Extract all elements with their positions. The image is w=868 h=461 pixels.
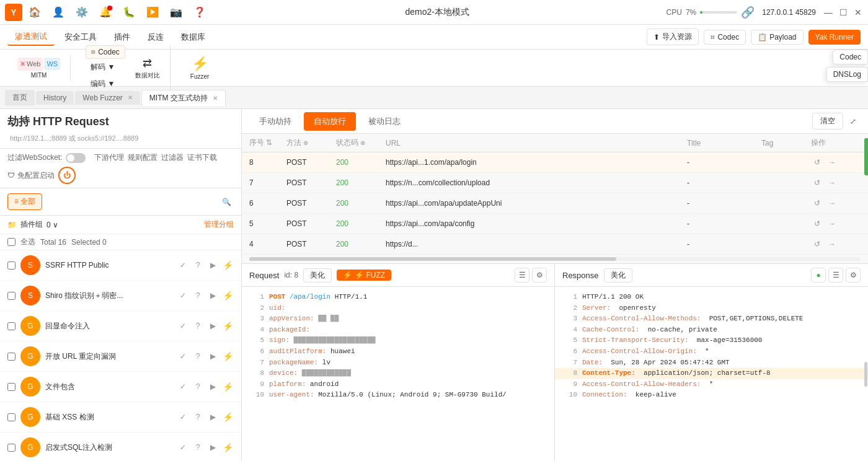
menu-item-security-tools[interactable]: 安全工具 [57, 29, 104, 45]
table-row[interactable]: 7 POST 200 https://n...com/collection/up… [242, 173, 868, 193]
plugin-checkbox-6[interactable] [7, 444, 16, 452]
downstream-proxy-btn[interactable]: 下游代理 [94, 152, 124, 163]
tab-home[interactable]: 首页 [5, 90, 35, 105]
codec-toolbar-button[interactable]: ⌗ Codec [86, 45, 125, 59]
filter-ws-toggle[interactable] [66, 153, 86, 163]
request-settings-btn[interactable]: ⚙ [532, 268, 547, 283]
row-action-refresh-0[interactable]: ↺ [811, 156, 823, 169]
user-icon[interactable]: 👤 [50, 4, 67, 21]
free-start-btn[interactable]: 🛡 免配置启动 [7, 170, 55, 181]
menu-item-database[interactable]: 数据库 [174, 29, 213, 45]
plugin-checkbox-1[interactable] [7, 292, 16, 300]
tab-web-fuzzer[interactable]: Web Fuzzer ✕ [75, 91, 140, 105]
rule-config-btn[interactable]: 规则配置 [128, 152, 157, 163]
row-action-send-0[interactable]: → [826, 156, 838, 169]
response-scrollbar[interactable] [864, 287, 868, 461]
table-row[interactable]: 5 POST 200 https://api...com/apa/config … [242, 214, 868, 234]
decode-dropdown[interactable]: 解码 ▼ [86, 60, 125, 74]
yak-runner-button[interactable]: Yak Runner [808, 30, 861, 45]
response-code-area[interactable]: 1 HTTP/1.1 200 OK 2 Server: openresty [555, 287, 868, 461]
plugin-run-icon-0[interactable]: ▶ [206, 259, 219, 271]
plugin-lightning-0[interactable]: ⚡ [221, 259, 234, 271]
plugin-lightning-6[interactable]: ⚡ [221, 441, 234, 454]
plugin-search-button[interactable]: 🔍 [219, 195, 234, 209]
plugin-manage-button[interactable]: 管理分组 [204, 219, 234, 230]
row-action-send-2[interactable]: → [826, 197, 838, 209]
plugin-run-icon-2[interactable]: ▶ [206, 320, 219, 332]
help-icon[interactable]: ❓ [191, 4, 208, 21]
response-settings-btn[interactable]: ⚙ [846, 268, 861, 283]
request-beautify-button[interactable]: 美化 [303, 268, 332, 283]
table-scrollbar[interactable] [249, 257, 861, 261]
power-button[interactable]: ⏻ [58, 167, 76, 184]
plugin-lightning-2[interactable]: ⚡ [221, 320, 234, 332]
plugin-run-icon-6[interactable]: ▶ [206, 441, 219, 454]
select-all-checkbox[interactable] [7, 238, 16, 246]
bug-icon[interactable]: 🐛 [120, 4, 138, 21]
plugin-lightning-4[interactable]: ⚡ [221, 380, 234, 393]
row-action-send-1[interactable]: → [826, 177, 838, 189]
plugin-checkbox-2[interactable] [7, 322, 16, 330]
request-code-area[interactable]: 12345 678910 POST /apa/login HTTP/1.1 ui… [242, 287, 554, 461]
close-button[interactable]: ✕ [853, 7, 863, 17]
row-action-send-3[interactable]: → [826, 217, 838, 230]
expand-button[interactable]: ⤢ [846, 114, 861, 129]
plugin-checkbox-3[interactable] [7, 353, 16, 361]
plugin-help-icon-6[interactable]: ? [192, 441, 204, 454]
tab-auto-release[interactable]: 自动放行 [304, 112, 356, 131]
row-action-refresh-4[interactable]: ↺ [811, 238, 823, 250]
all-plugins-button[interactable]: ≡ 全部 [7, 193, 42, 210]
payload-menu-button[interactable]: 📋 Payload [751, 30, 803, 45]
minimize-button[interactable]: — [823, 7, 833, 17]
tab-history[interactable]: History [36, 91, 74, 105]
filter-btn[interactable]: 过滤器 [161, 152, 184, 163]
tab-manual-hijack[interactable]: 手动劫持 [249, 112, 301, 131]
maximize-button[interactable]: ☐ [838, 7, 848, 17]
tab-close-mitm[interactable]: ✕ [213, 95, 218, 102]
codec-popup[interactable]: Codec [833, 50, 868, 64]
plugin-lightning-3[interactable]: ⚡ [221, 350, 234, 362]
cert-download-btn[interactable]: 证书下载 [187, 152, 217, 163]
plugin-checkbox-5[interactable] [7, 413, 16, 421]
clear-button[interactable]: 清空 [812, 113, 843, 130]
row-action-refresh-2[interactable]: ↺ [811, 197, 823, 209]
request-tool-1[interactable]: ☰ [515, 268, 529, 283]
plugin-help-icon-5[interactable]: ? [192, 411, 204, 423]
menu-item-pentest[interactable]: 渗透测试 [7, 29, 55, 46]
plugin-help-icon-4[interactable]: ? [192, 380, 204, 393]
plugin-run-icon-4[interactable]: ▶ [206, 380, 219, 393]
plugin-help-icon-1[interactable]: ? [192, 289, 204, 302]
camera-icon[interactable]: 📷 [167, 4, 185, 21]
plugin-lightning-1[interactable]: ⚡ [221, 289, 234, 302]
bell-icon[interactable]: 🔔 [97, 4, 114, 21]
data-compare-button[interactable]: ⇄ 数据对比 [130, 54, 165, 82]
plugin-help-icon-3[interactable]: ? [192, 350, 204, 362]
plugin-run-icon-1[interactable]: ▶ [206, 289, 219, 302]
mitm-button[interactable]: ✕ Web WS MITM [12, 55, 65, 81]
tab-passive-log[interactable]: 被动日志 [358, 112, 410, 131]
response-beautify-button[interactable]: 美化 [604, 268, 632, 283]
plugin-checkbox-4[interactable] [7, 383, 16, 391]
plugin-help-icon-2[interactable]: ? [192, 320, 204, 332]
table-row[interactable]: 4 POST 200 https://d... - ↺ → [242, 234, 868, 255]
tab-close-web-fuzzer[interactable]: ✕ [128, 94, 133, 101]
settings-icon[interactable]: ⚙️ [73, 4, 91, 21]
fuzzer-button[interactable]: ⚡ Fuzzer [185, 53, 215, 82]
plugin-checkbox-0[interactable] [7, 261, 16, 270]
encode-dropdown[interactable]: 编码 ▼ [86, 77, 125, 91]
play-icon[interactable]: ▶️ [144, 4, 161, 21]
codec-menu-button[interactable]: ⌗ Codec [704, 30, 746, 45]
menu-item-plugins[interactable]: 插件 [107, 29, 138, 45]
plugin-run-icon-3[interactable]: ▶ [206, 350, 219, 362]
plugin-lightning-5[interactable]: ⚡ [221, 411, 234, 423]
row-action-refresh-1[interactable]: ↺ [811, 177, 823, 189]
dnslog-popup[interactable]: DNSLog [826, 67, 868, 82]
fuzz-button[interactable]: ⚡ ⚡ FUZZ [337, 270, 391, 281]
response-tool-1[interactable]: ☰ [828, 268, 843, 283]
menu-item-reverse[interactable]: 反连 [140, 29, 171, 45]
plugin-run-icon-5[interactable]: ▶ [206, 411, 219, 423]
plugin-help-icon-0[interactable]: ? [192, 259, 204, 271]
chrome-icon-btn[interactable]: ● [811, 268, 826, 283]
row-action-send-4[interactable]: → [826, 238, 838, 250]
table-row[interactable]: 8 POST 200 https://api...1.com/apa/login… [242, 152, 868, 173]
